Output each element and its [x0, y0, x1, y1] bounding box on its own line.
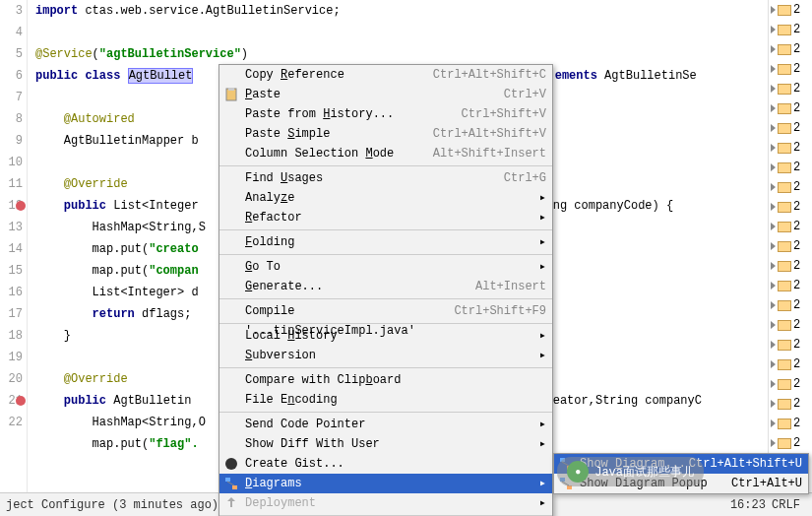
context-menu: Copy ReferenceCtrl+Alt+Shift+CPasteCtrl+…: [219, 64, 553, 516]
menu-item-folding[interactable]: Folding▸: [219, 232, 552, 252]
menu-item-diagrams[interactable]: Diagrams▸: [219, 474, 552, 493]
project-folder[interactable]: 2: [769, 394, 812, 414]
line-number: 18: [0, 325, 27, 347]
line-number: 7: [0, 87, 27, 108]
project-folder[interactable]: 2: [769, 276, 812, 295]
expand-icon[interactable]: [771, 439, 776, 447]
expand-icon[interactable]: [771, 45, 776, 53]
expand-icon[interactable]: [771, 321, 776, 329]
menu-item-subversion[interactable]: Subversion▸: [219, 346, 552, 365]
expand-icon[interactable]: [771, 223, 776, 230]
project-folder[interactable]: 2: [769, 59, 812, 79]
folder-icon: [778, 399, 791, 410]
status-time: 16:23: [730, 498, 766, 512]
menu-item-refactor[interactable]: Refactor▸: [219, 208, 552, 227]
line-number: 10: [0, 152, 27, 173]
line-number: 4: [0, 22, 27, 43]
folder-icon: [778, 438, 791, 449]
project-folder[interactable]: 2: [769, 197, 812, 217]
menu-item-analyze[interactable]: Analyze▸: [219, 188, 552, 208]
expand-icon[interactable]: [771, 104, 776, 112]
project-folder[interactable]: 2: [769, 335, 812, 355]
menu-item-send-code-pointer[interactable]: Send Code Pointer▸: [219, 415, 552, 434]
expand-icon[interactable]: [771, 65, 776, 73]
project-folder[interactable]: 2: [769, 374, 812, 394]
watermark-icon: ●: [567, 461, 589, 483]
project-folder[interactable]: 2: [769, 315, 812, 335]
expand-icon[interactable]: [771, 124, 776, 132]
folder-icon: [778, 103, 791, 114]
svg-rect-3: [225, 478, 230, 482]
folder-icon: [778, 64, 791, 75]
folder-icon: [778, 162, 791, 173]
expand-icon[interactable]: [771, 360, 776, 368]
project-folder[interactable]: 2: [769, 256, 812, 276]
line-number: 17: [0, 303, 27, 325]
menu-item-paste-simple[interactable]: Paste SimpleCtrl+Alt+Shift+V: [219, 124, 552, 144]
line-number: 15: [0, 260, 27, 282]
expand-icon[interactable]: [771, 341, 776, 349]
expand-icon[interactable]: [771, 144, 776, 152]
menu-item-compare-with-clipboard[interactable]: Compare with Clipboard: [219, 370, 552, 390]
project-folder[interactable]: 2: [769, 98, 812, 118]
project-folder[interactable]: 2: [769, 138, 812, 158]
expand-icon[interactable]: [771, 282, 776, 290]
expand-icon[interactable]: [771, 85, 776, 93]
menu-item-compile-tinserviceimpl-java-[interactable]: Compile '...tinServiceImpl.java'Ctrl+Shi…: [219, 301, 552, 321]
expand-icon[interactable]: [771, 242, 776, 250]
breakpoint-icon[interactable]: [16, 396, 26, 406]
expand-icon[interactable]: [771, 419, 776, 427]
project-folder[interactable]: 2: [769, 158, 812, 177]
folder-icon: [778, 25, 791, 35]
expand-icon[interactable]: [771, 6, 776, 14]
project-folder[interactable]: 2: [769, 79, 812, 98]
expand-icon[interactable]: [771, 262, 776, 270]
project-folder[interactable]: 2: [769, 355, 812, 374]
expand-icon[interactable]: [771, 26, 776, 33]
expand-icon[interactable]: [771, 203, 776, 211]
line-number: 11: [0, 173, 27, 195]
menu-item-copy-reference[interactable]: Copy ReferenceCtrl+Alt+Shift+C: [219, 65, 552, 85]
expand-icon[interactable]: [771, 400, 776, 408]
folder-icon: [778, 300, 791, 311]
status-message: ject Configure (3 minutes ago): [6, 498, 219, 512]
breakpoint-icon[interactable]: [16, 201, 26, 211]
project-folder[interactable]: 2: [769, 414, 812, 433]
menu-item-show-diff-with-user[interactable]: Show Diff With User▸: [219, 434, 552, 454]
menu-item-create-gist-[interactable]: Create Gist...: [219, 454, 552, 474]
project-tree[interactable]: 222222222222222222222222: [768, 0, 812, 492]
menu-item-go-to[interactable]: Go To▸: [219, 257, 552, 277]
menu-item-generate-[interactable]: Generate...Alt+Insert: [219, 277, 552, 296]
project-folder[interactable]: 2: [769, 0, 812, 20]
line-number: 19: [0, 347, 27, 368]
expand-icon[interactable]: [771, 301, 776, 309]
project-folder[interactable]: 2: [769, 177, 812, 197]
menu-item-find-usages[interactable]: Find UsagesCtrl+G: [219, 168, 552, 188]
paste-icon: [223, 87, 239, 102]
menu-item-paste-from-history-[interactable]: Paste from History...Ctrl+Shift+V: [219, 104, 552, 124]
folder-icon: [778, 379, 791, 390]
menu-item-file-encoding[interactable]: File Encoding: [219, 390, 552, 410]
project-folder[interactable]: 2: [769, 39, 812, 59]
menu-item-column-selection-mode[interactable]: Column Selection ModeAlt+Shift+Insert: [219, 144, 552, 163]
folder-icon: [778, 5, 791, 16]
folder-icon: [778, 359, 791, 370]
folder-icon: [778, 320, 791, 331]
project-folder[interactable]: 2: [769, 236, 812, 256]
project-folder[interactable]: 2: [769, 20, 812, 39]
line-number: 9: [0, 130, 27, 152]
expand-icon[interactable]: [771, 183, 776, 191]
menu-item-local-history[interactable]: Local History▸: [219, 326, 552, 346]
project-folder[interactable]: 2: [769, 295, 812, 315]
project-folder[interactable]: 2: [769, 217, 812, 236]
folder-icon: [778, 182, 791, 193]
project-folder[interactable]: 2: [769, 433, 812, 453]
selected-text[interactable]: AgtBullet: [128, 68, 194, 84]
expand-icon[interactable]: [771, 163, 776, 171]
folder-icon: [778, 241, 791, 252]
menu-item-paste[interactable]: PasteCtrl+V: [219, 85, 552, 104]
project-folder[interactable]: 2: [769, 118, 812, 138]
gist-icon: [223, 456, 239, 472]
status-line-ending[interactable]: CRLF: [772, 498, 800, 512]
expand-icon[interactable]: [771, 380, 776, 388]
